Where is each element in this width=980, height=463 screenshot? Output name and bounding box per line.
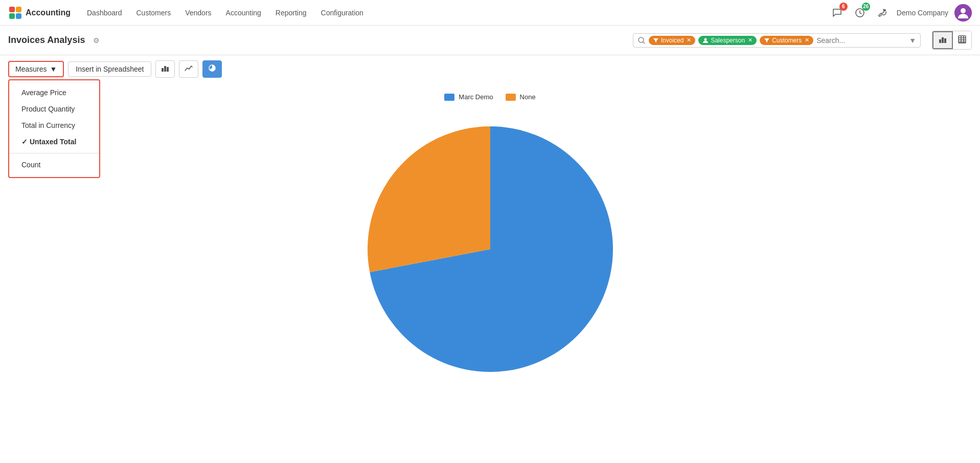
table-icon: [958, 35, 966, 43]
svg-rect-21: [167, 67, 169, 72]
dropdown-item-total-in-currency[interactable]: Total in Currency: [9, 117, 99, 134]
tools-button[interactable]: [874, 5, 891, 21]
legend-color-none: [506, 94, 516, 101]
svg-rect-11: [942, 37, 944, 43]
svg-rect-19: [162, 68, 164, 72]
svg-rect-1: [16, 7, 21, 12]
svg-point-5: [884, 9, 886, 11]
nav-item-customers[interactable]: Customers: [130, 6, 177, 20]
messages-badge: 6: [839, 3, 848, 11]
measures-caret-icon: ▼: [50, 65, 57, 73]
search-bar: Invoiced ✕ Salesperson ✕ Customers ✕ ▼: [633, 33, 921, 48]
filter-tag-invoiced[interactable]: Invoiced ✕: [649, 36, 696, 45]
person-icon-salesperson: [702, 37, 709, 43]
filter-label-salesperson: Salesperson: [711, 37, 745, 44]
measures-button[interactable]: Measures ▼: [8, 61, 64, 77]
svg-point-7: [961, 8, 966, 13]
top-nav: Accounting Dashboard Customers Vendors A…: [0, 0, 980, 26]
chart-type-line-button[interactable]: [179, 60, 198, 78]
pie-slice-none: [367, 126, 490, 272]
filter-tag-customers[interactable]: Customers ✕: [760, 36, 813, 45]
nav-item-configuration[interactable]: Configuration: [315, 6, 370, 20]
nav-logo[interactable]: Accounting: [8, 6, 71, 20]
search-input[interactable]: [816, 36, 906, 45]
filter-icon-invoiced: [653, 37, 659, 43]
legend-item-none: None: [506, 93, 536, 101]
page-settings-icon[interactable]: ⚙: [93, 36, 100, 45]
view-bar-chart-button[interactable]: [932, 31, 953, 49]
nav-items: Dashboard Customers Vendors Accounting R…: [81, 6, 829, 20]
line-chart-type-icon: [185, 64, 193, 72]
search-dropdown-arrow[interactable]: ▼: [909, 36, 916, 45]
filter-close-invoiced[interactable]: ✕: [687, 37, 691, 43]
nav-right: 6 26 Demo Company: [829, 4, 972, 21]
filter-label-invoiced: Invoiced: [661, 37, 684, 44]
nav-item-accounting[interactable]: Accounting: [220, 6, 267, 20]
avatar-icon: [954, 4, 972, 21]
svg-rect-0: [9, 7, 15, 12]
measures-dropdown: Average Price Product Quantity Total in …: [8, 79, 100, 178]
dropdown-item-count[interactable]: Count: [9, 157, 99, 173]
legend-color-marc-demo: [444, 94, 454, 101]
avatar[interactable]: [954, 4, 972, 21]
filter-close-customers[interactable]: ✕: [805, 37, 809, 43]
search-icon: [637, 36, 646, 45]
nav-item-reporting[interactable]: Reporting: [269, 6, 313, 20]
toolbar: Measures ▼ Average Price Product Quantit…: [0, 55, 980, 83]
dropdown-item-average-price[interactable]: Average Price: [9, 84, 99, 101]
filter-tag-salesperson[interactable]: Salesperson ✕: [698, 36, 757, 45]
legend-item-marc-demo: Marc Demo: [444, 93, 493, 101]
messages-button[interactable]: 6: [829, 5, 846, 21]
chart-type-bar-button[interactable]: [155, 60, 175, 78]
page-title: Invoices Analysis: [8, 35, 85, 46]
tools-icon: [877, 7, 888, 18]
main-content: Marc Demo None: [0, 83, 980, 441]
legend-label-none: None: [520, 93, 536, 101]
insert-spreadsheet-button[interactable]: Insert in Spreadsheet: [68, 61, 151, 77]
pie-chart: [357, 116, 623, 382]
chart-container: Marc Demo None: [10, 93, 970, 382]
nav-item-vendors[interactable]: Vendors: [179, 6, 217, 20]
dropdown-item-product-quantity[interactable]: Product Quantity: [9, 101, 99, 117]
company-name[interactable]: Demo Company: [897, 9, 948, 17]
legend-label-marc-demo: Marc Demo: [459, 93, 493, 101]
bar-chart-icon: [939, 35, 947, 43]
page-header: Invoices Analysis ⚙ Invoiced ✕ Salespers…: [0, 26, 980, 55]
svg-point-9: [704, 38, 707, 40]
measures-label: Measures: [15, 65, 47, 73]
odoo-logo-icon: [8, 6, 22, 20]
measures-dropdown-wrapper: Measures ▼ Average Price Product Quantit…: [8, 61, 64, 77]
filter-icon-customers: [764, 37, 770, 43]
nav-logo-text: Accounting: [26, 8, 71, 17]
svg-rect-2: [9, 13, 15, 19]
clock-badge: 26: [862, 3, 870, 11]
pie-chart-type-icon: [208, 64, 216, 72]
chart-legend: Marc Demo None: [444, 93, 535, 101]
dropdown-divider: [9, 153, 99, 153]
nav-item-dashboard[interactable]: Dashboard: [81, 6, 128, 20]
filter-label-customers: Customers: [772, 37, 802, 44]
svg-rect-12: [944, 38, 946, 43]
dropdown-item-untaxed-total[interactable]: Untaxed Total: [9, 134, 99, 150]
view-toggles: [932, 31, 972, 50]
svg-rect-3: [16, 13, 21, 19]
filter-close-salesperson[interactable]: ✕: [748, 37, 753, 43]
view-table-button[interactable]: [953, 31, 971, 49]
bar-chart-type-icon: [161, 64, 169, 72]
svg-rect-10: [939, 39, 941, 43]
clock-button[interactable]: 26: [852, 5, 868, 21]
svg-rect-20: [164, 66, 166, 72]
chart-type-pie-button[interactable]: [202, 60, 222, 78]
